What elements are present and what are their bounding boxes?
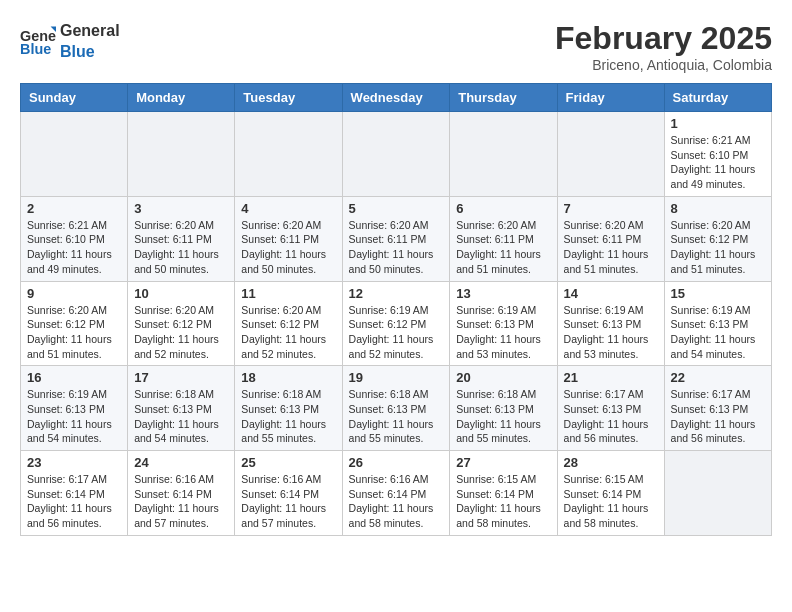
day-number: 7	[564, 201, 658, 216]
calendar-cell: 10Sunrise: 6:20 AM Sunset: 6:12 PM Dayli…	[128, 281, 235, 366]
day-info: Sunrise: 6:18 AM Sunset: 6:13 PM Dayligh…	[241, 387, 335, 446]
calendar-cell: 18Sunrise: 6:18 AM Sunset: 6:13 PM Dayli…	[235, 366, 342, 451]
day-number: 1	[671, 116, 765, 131]
calendar-cell: 28Sunrise: 6:15 AM Sunset: 6:14 PM Dayli…	[557, 451, 664, 536]
day-number: 15	[671, 286, 765, 301]
day-info: Sunrise: 6:16 AM Sunset: 6:14 PM Dayligh…	[349, 472, 444, 531]
calendar-cell	[450, 112, 557, 197]
calendar-cell: 20Sunrise: 6:18 AM Sunset: 6:13 PM Dayli…	[450, 366, 557, 451]
calendar-cell: 21Sunrise: 6:17 AM Sunset: 6:13 PM Dayli…	[557, 366, 664, 451]
calendar-cell: 11Sunrise: 6:20 AM Sunset: 6:12 PM Dayli…	[235, 281, 342, 366]
day-number: 14	[564, 286, 658, 301]
weekday-header-saturday: Saturday	[664, 84, 771, 112]
calendar-week-row: 16Sunrise: 6:19 AM Sunset: 6:13 PM Dayli…	[21, 366, 772, 451]
day-number: 19	[349, 370, 444, 385]
calendar-week-row: 1Sunrise: 6:21 AM Sunset: 6:10 PM Daylig…	[21, 112, 772, 197]
day-info: Sunrise: 6:21 AM Sunset: 6:10 PM Dayligh…	[27, 218, 121, 277]
calendar-cell: 26Sunrise: 6:16 AM Sunset: 6:14 PM Dayli…	[342, 451, 450, 536]
day-number: 22	[671, 370, 765, 385]
day-info: Sunrise: 6:19 AM Sunset: 6:13 PM Dayligh…	[456, 303, 550, 362]
day-info: Sunrise: 6:19 AM Sunset: 6:12 PM Dayligh…	[349, 303, 444, 362]
day-number: 3	[134, 201, 228, 216]
day-number: 5	[349, 201, 444, 216]
calendar-cell	[664, 451, 771, 536]
calendar-table: SundayMondayTuesdayWednesdayThursdayFrid…	[20, 83, 772, 536]
month-year-title: February 2025	[555, 20, 772, 57]
calendar-cell: 12Sunrise: 6:19 AM Sunset: 6:12 PM Dayli…	[342, 281, 450, 366]
calendar-header-row: SundayMondayTuesdayWednesdayThursdayFrid…	[21, 84, 772, 112]
calendar-cell: 15Sunrise: 6:19 AM Sunset: 6:13 PM Dayli…	[664, 281, 771, 366]
day-info: Sunrise: 6:20 AM Sunset: 6:11 PM Dayligh…	[564, 218, 658, 277]
day-number: 9	[27, 286, 121, 301]
calendar-cell: 1Sunrise: 6:21 AM Sunset: 6:10 PM Daylig…	[664, 112, 771, 197]
day-info: Sunrise: 6:20 AM Sunset: 6:12 PM Dayligh…	[241, 303, 335, 362]
day-number: 6	[456, 201, 550, 216]
day-info: Sunrise: 6:20 AM Sunset: 6:11 PM Dayligh…	[349, 218, 444, 277]
day-number: 11	[241, 286, 335, 301]
day-number: 23	[27, 455, 121, 470]
day-info: Sunrise: 6:17 AM Sunset: 6:13 PM Dayligh…	[671, 387, 765, 446]
calendar-cell	[235, 112, 342, 197]
weekday-header-monday: Monday	[128, 84, 235, 112]
day-info: Sunrise: 6:20 AM Sunset: 6:12 PM Dayligh…	[27, 303, 121, 362]
logo: General Blue General Blue	[20, 20, 120, 62]
day-info: Sunrise: 6:19 AM Sunset: 6:13 PM Dayligh…	[27, 387, 121, 446]
calendar-cell: 16Sunrise: 6:19 AM Sunset: 6:13 PM Dayli…	[21, 366, 128, 451]
calendar-cell: 27Sunrise: 6:15 AM Sunset: 6:14 PM Dayli…	[450, 451, 557, 536]
weekday-header-tuesday: Tuesday	[235, 84, 342, 112]
day-number: 16	[27, 370, 121, 385]
day-info: Sunrise: 6:18 AM Sunset: 6:13 PM Dayligh…	[349, 387, 444, 446]
calendar-cell: 14Sunrise: 6:19 AM Sunset: 6:13 PM Dayli…	[557, 281, 664, 366]
day-info: Sunrise: 6:20 AM Sunset: 6:11 PM Dayligh…	[456, 218, 550, 277]
day-number: 18	[241, 370, 335, 385]
day-info: Sunrise: 6:17 AM Sunset: 6:13 PM Dayligh…	[564, 387, 658, 446]
day-number: 28	[564, 455, 658, 470]
day-info: Sunrise: 6:18 AM Sunset: 6:13 PM Dayligh…	[134, 387, 228, 446]
calendar-cell: 2Sunrise: 6:21 AM Sunset: 6:10 PM Daylig…	[21, 196, 128, 281]
day-info: Sunrise: 6:20 AM Sunset: 6:11 PM Dayligh…	[134, 218, 228, 277]
calendar-week-row: 23Sunrise: 6:17 AM Sunset: 6:14 PM Dayli…	[21, 451, 772, 536]
calendar-week-row: 9Sunrise: 6:20 AM Sunset: 6:12 PM Daylig…	[21, 281, 772, 366]
calendar-cell: 17Sunrise: 6:18 AM Sunset: 6:13 PM Dayli…	[128, 366, 235, 451]
day-number: 24	[134, 455, 228, 470]
calendar-cell: 25Sunrise: 6:16 AM Sunset: 6:14 PM Dayli…	[235, 451, 342, 536]
calendar-cell: 13Sunrise: 6:19 AM Sunset: 6:13 PM Dayli…	[450, 281, 557, 366]
calendar-cell: 9Sunrise: 6:20 AM Sunset: 6:12 PM Daylig…	[21, 281, 128, 366]
day-info: Sunrise: 6:15 AM Sunset: 6:14 PM Dayligh…	[564, 472, 658, 531]
calendar-cell	[342, 112, 450, 197]
day-info: Sunrise: 6:18 AM Sunset: 6:13 PM Dayligh…	[456, 387, 550, 446]
calendar-cell: 8Sunrise: 6:20 AM Sunset: 6:12 PM Daylig…	[664, 196, 771, 281]
day-number: 27	[456, 455, 550, 470]
calendar-week-row: 2Sunrise: 6:21 AM Sunset: 6:10 PM Daylig…	[21, 196, 772, 281]
calendar-cell: 24Sunrise: 6:16 AM Sunset: 6:14 PM Dayli…	[128, 451, 235, 536]
weekday-header-sunday: Sunday	[21, 84, 128, 112]
day-info: Sunrise: 6:19 AM Sunset: 6:13 PM Dayligh…	[671, 303, 765, 362]
calendar-cell	[557, 112, 664, 197]
day-info: Sunrise: 6:16 AM Sunset: 6:14 PM Dayligh…	[241, 472, 335, 531]
day-info: Sunrise: 6:20 AM Sunset: 6:11 PM Dayligh…	[241, 218, 335, 277]
day-info: Sunrise: 6:15 AM Sunset: 6:14 PM Dayligh…	[456, 472, 550, 531]
calendar-cell: 4Sunrise: 6:20 AM Sunset: 6:11 PM Daylig…	[235, 196, 342, 281]
calendar-cell: 3Sunrise: 6:20 AM Sunset: 6:11 PM Daylig…	[128, 196, 235, 281]
logo-icon: General Blue	[20, 23, 56, 59]
day-info: Sunrise: 6:21 AM Sunset: 6:10 PM Dayligh…	[671, 133, 765, 192]
day-number: 21	[564, 370, 658, 385]
weekday-header-wednesday: Wednesday	[342, 84, 450, 112]
day-info: Sunrise: 6:19 AM Sunset: 6:13 PM Dayligh…	[564, 303, 658, 362]
day-info: Sunrise: 6:20 AM Sunset: 6:12 PM Dayligh…	[671, 218, 765, 277]
day-number: 13	[456, 286, 550, 301]
logo-blue-text: Blue	[60, 43, 95, 60]
day-number: 17	[134, 370, 228, 385]
calendar-cell: 5Sunrise: 6:20 AM Sunset: 6:11 PM Daylig…	[342, 196, 450, 281]
svg-text:Blue: Blue	[20, 41, 51, 57]
day-info: Sunrise: 6:16 AM Sunset: 6:14 PM Dayligh…	[134, 472, 228, 531]
weekday-header-friday: Friday	[557, 84, 664, 112]
calendar-cell	[21, 112, 128, 197]
calendar-cell: 19Sunrise: 6:18 AM Sunset: 6:13 PM Dayli…	[342, 366, 450, 451]
day-number: 26	[349, 455, 444, 470]
weekday-header-thursday: Thursday	[450, 84, 557, 112]
day-number: 20	[456, 370, 550, 385]
day-number: 2	[27, 201, 121, 216]
page-header: General Blue General Blue February 2025 …	[20, 20, 772, 73]
day-info: Sunrise: 6:20 AM Sunset: 6:12 PM Dayligh…	[134, 303, 228, 362]
